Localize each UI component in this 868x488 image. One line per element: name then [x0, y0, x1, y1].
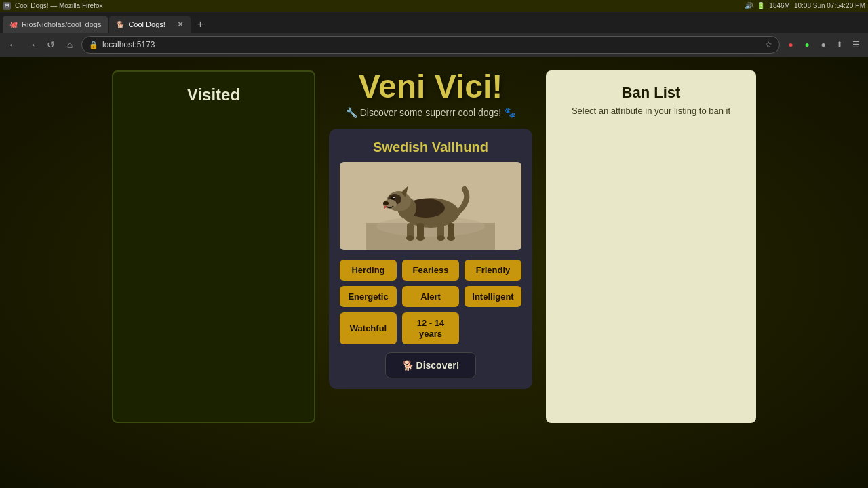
ban-title: Ban List — [622, 84, 681, 102]
taskbar-battery-icon: 🔋 — [757, 2, 765, 9]
bookmark-icon[interactable]: ☆ — [765, 40, 772, 49]
back-button[interactable]: ← — [5, 37, 20, 52]
tab-github[interactable]: 🐙 RiosNicholas/cool_dogs — [3, 16, 108, 33]
nav-icon-2[interactable]: ● — [800, 38, 814, 52]
tab-cooldogs-label: Cool Dogs! — [128, 20, 165, 28]
address-text: localhost:5173 — [102, 40, 761, 49]
attr-friendly[interactable]: Friendly — [465, 260, 521, 281]
ban-subtitle: Select an attribute in your listing to b… — [572, 106, 730, 116]
tab-close-button[interactable]: ✕ — [177, 20, 184, 29]
nav-icon-3[interactable]: ● — [816, 38, 830, 52]
dog-image — [340, 162, 521, 250]
main-card-area: Veni Vici! 🔧 Discover some superrr cool … — [329, 70, 532, 389]
taskbar-app-icon[interactable]: ⊞ — [3, 2, 11, 10]
main-subtitle: 🔧 Discover some superrr cool dogs! 🐾 — [346, 107, 515, 118]
lock-icon: 🔒 — [89, 41, 98, 49]
browser-nav-bar: ← → ↺ ⌂ 🔒 localhost:5173 ☆ ● ● ● ⬆ ☰ — [0, 33, 868, 57]
nav-icon-1[interactable]: ● — [784, 38, 797, 52]
attr-alert[interactable]: Alert — [402, 286, 459, 307]
taskbar-left: ⊞ Cool Dogs! — Mozilla Firefox — [3, 2, 102, 10]
visited-title: Visited — [187, 85, 240, 104]
visited-panel: Visited — [112, 70, 315, 423]
reload-button[interactable]: ↺ — [43, 37, 58, 52]
home-button[interactable]: ⌂ — [62, 37, 77, 52]
attr-lifespan[interactable]: 12 - 14 years — [402, 312, 459, 344]
attr-watchful[interactable]: Watchful — [340, 312, 397, 344]
browser-tabs-bar: 🐙 RiosNicholas/cool_dogs 🐕 Cool Dogs! ✕ … — [0, 12, 868, 33]
page-content: Visited Veni Vici! 🔧 Discover some super… — [0, 57, 868, 488]
svg-point-18 — [391, 196, 395, 200]
new-tab-button[interactable]: + — [192, 16, 208, 33]
svg-point-12 — [447, 235, 455, 241]
svg-point-11 — [437, 235, 445, 241]
tab-github-label: RiosNicholas/cool_dogs — [22, 20, 101, 28]
tab-cooldogs[interactable]: 🐕 Cool Dogs! ✕ — [109, 16, 191, 33]
svg-point-9 — [406, 235, 414, 241]
attr-intelligent[interactable]: Intelligent — [465, 286, 521, 307]
nav-icon-menu[interactable]: ☰ — [849, 38, 863, 52]
taskbar-right: 🔊 🔋 1846M 10:08 Sun 07:54:20 PM — [745, 2, 865, 9]
svg-point-10 — [416, 235, 425, 241]
os-taskbar: ⊞ Cool Dogs! — Mozilla Firefox 🔊 🔋 1846M… — [0, 0, 868, 12]
address-bar[interactable]: 🔒 localhost:5173 ☆ — [81, 36, 780, 54]
main-heading: Veni Vici! — [359, 70, 503, 103]
dog-name: Swedish Vallhund — [340, 140, 521, 155]
tab-cooldogs-favicon: 🐕 — [116, 21, 124, 28]
dog-card: Swedish Vallhund — [329, 129, 532, 389]
svg-point-19 — [393, 197, 395, 198]
attr-fearless[interactable]: Fearless — [402, 260, 459, 281]
attributes-grid: Herding Fearless Friendly Energetic Aler… — [340, 260, 521, 344]
svg-point-17 — [383, 201, 389, 205]
tab-github-favicon: 🐙 — [9, 21, 18, 28]
attr-energetic[interactable]: Energetic — [340, 286, 397, 307]
nav-icon-share[interactable]: ⬆ — [833, 38, 846, 52]
ban-panel: Ban List Select an attribute in your lis… — [546, 70, 756, 423]
nav-right-icons: ● ● ● ⬆ ☰ — [784, 38, 863, 52]
taskbar-sysinfo: 1846M — [769, 2, 790, 9]
dog-illustration — [340, 162, 521, 250]
forward-button[interactable]: → — [24, 37, 39, 52]
taskbar-volume-icon: 🔊 — [745, 2, 753, 9]
attr-herding[interactable]: Herding — [340, 260, 397, 281]
discover-button[interactable]: 🐕 Discover! — [385, 352, 477, 378]
taskbar-window-title: Cool Dogs! — Mozilla Firefox — [15, 2, 102, 9]
taskbar-clock: 10:08 Sun 07:54:20 PM — [794, 2, 865, 9]
